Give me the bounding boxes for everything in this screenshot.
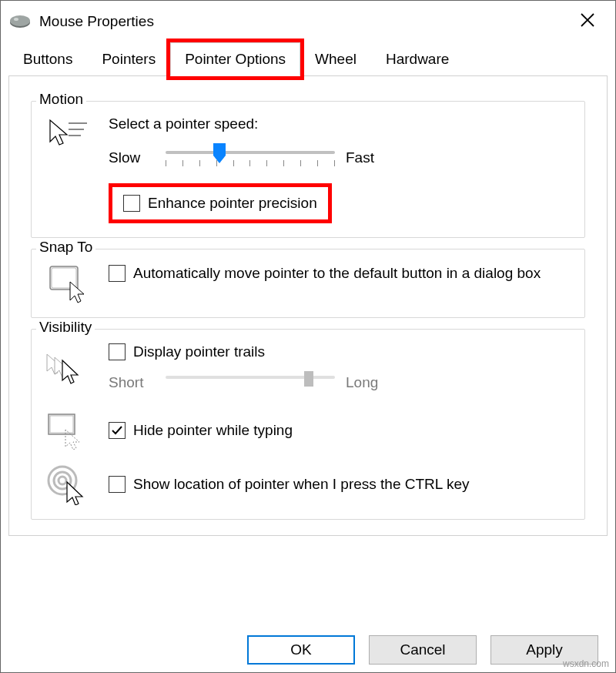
enhance-precision-label: Enhance pointer precision [148,195,317,212]
short-label: Short [109,374,155,391]
ok-button[interactable]: OK [247,635,355,665]
tab-label: Hardware [386,51,449,67]
tab-label: Pointer Options [185,51,286,67]
long-label: Long [346,374,392,391]
tab-hardware[interactable]: Hardware [371,42,464,75]
svg-rect-9 [50,416,73,433]
enhance-precision-checkbox[interactable] [123,195,140,212]
slow-label: Slow [109,149,155,166]
svg-point-2 [14,18,18,21]
titlebar-left: Mouse Properties [8,13,154,30]
tab-panel: Motion Select a pointe [8,76,608,536]
hide-typing-label: Hide pointer while typing [133,422,293,439]
dialog-buttons: OK Cancel Apply [247,635,598,665]
group-title: Snap To [36,239,95,256]
tab-label: Pointers [102,51,156,67]
snap-to-icon [45,263,92,303]
slider-thumb-icon [304,371,313,387]
window-title: Mouse Properties [39,13,154,30]
speed-label: Select a pointer speed: [109,116,571,132]
pointer-trails-checkbox[interactable] [109,343,126,360]
svg-point-1 [10,15,30,26]
highlight-box: Enhance pointer precision [109,183,332,223]
tab-label: Wheel [315,51,357,67]
ctrl-locate-checkbox[interactable] [109,476,126,493]
tab-label: Buttons [23,51,72,67]
svg-point-12 [59,477,66,484]
group-title: Motion [36,91,86,108]
snap-to-label: Automatically move pointer to the defaul… [133,263,541,283]
close-button[interactable] [572,12,603,32]
tab-buttons[interactable]: Buttons [8,42,87,75]
watermark: wsxdn.com [563,658,609,669]
hide-typing-checkbox[interactable] [109,422,126,439]
tab-wheel[interactable]: Wheel [300,42,371,75]
tab-strip: Buttons Pointers Pointer Options Wheel H… [8,42,608,76]
tab-pointers[interactable]: Pointers [87,42,170,75]
pointer-trails-icon [45,353,92,388]
group-motion: Motion Select a pointe [31,101,585,238]
cancel-button[interactable]: Cancel [369,635,477,665]
hide-typing-icon [45,411,92,450]
group-visibility: Visibility [31,329,585,520]
snap-to-checkbox[interactable] [109,265,126,282]
pointer-trails-label: Display pointer trails [133,343,265,360]
group-title: Visibility [36,319,95,336]
ctrl-locate-icon [45,464,92,505]
group-snap-to: Snap To Autom [31,249,585,318]
pointer-speed-slider[interactable] [166,143,335,172]
titlebar: Mouse Properties [1,1,615,42]
trails-length-slider [166,368,335,397]
ctrl-locate-label: Show location of pointer when I press th… [133,476,470,493]
motion-pointer-icon [45,116,92,154]
mouse-icon [8,15,32,28]
tab-pointer-options[interactable]: Pointer Options [170,42,300,76]
fast-label: Fast [346,149,392,166]
